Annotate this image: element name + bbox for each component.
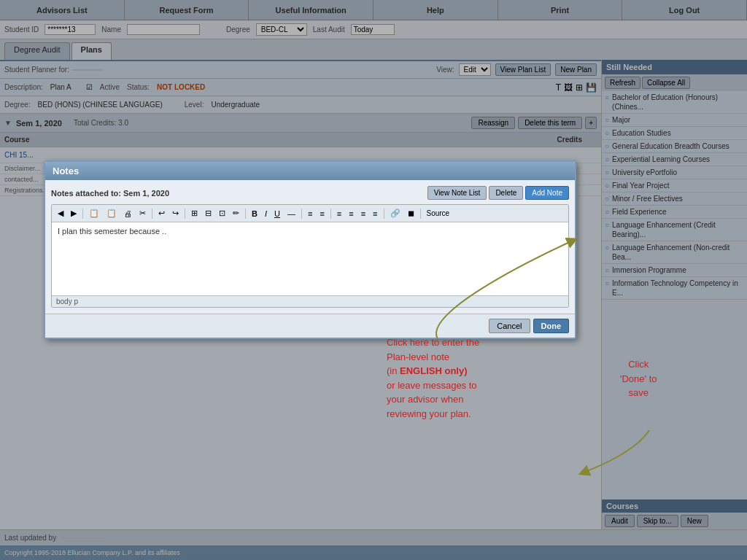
toolbar-align-right[interactable]: ≡ <box>358 208 368 219</box>
toolbar-print[interactable]: 🖨 <box>121 208 135 219</box>
notes-modal-footer: Cancel Done <box>45 314 575 338</box>
toolbar-sep-2 <box>152 209 152 219</box>
toolbar-source[interactable]: Source <box>424 208 453 219</box>
toolbar-sep-3 <box>185 209 185 219</box>
toolbar-back[interactable]: ◀ <box>55 207 66 219</box>
notes-modal-title: Notes <box>45 162 575 180</box>
done-btn[interactable]: Done <box>533 319 570 333</box>
editor-status: body p <box>52 295 568 307</box>
editor-area: ◀ ▶ 📋 📋 🖨 ✂ ↩ ↪ ⊞ ⊟ ⊡ ✏ B I U — <box>51 204 569 308</box>
toolbar-sep-4 <box>245 209 246 219</box>
toolbar-cut[interactable]: ✂ <box>136 207 149 219</box>
toolbar-bold[interactable]: B <box>249 208 260 219</box>
notes-attached-label: Notes attached to: Sem 1, 2020 <box>51 189 169 198</box>
toolbar-block[interactable]: ◼ <box>405 207 417 219</box>
notes-btn-group: View Note List Delete Add Note <box>427 186 569 200</box>
toolbar-insert3[interactable]: ⊡ <box>216 207 228 219</box>
cancel-btn[interactable]: Cancel <box>489 319 530 333</box>
toolbar-list1[interactable]: ≡ <box>305 208 315 219</box>
view-note-list-btn[interactable]: View Note List <box>427 186 487 200</box>
toolbar-sep-8 <box>420 209 421 219</box>
notes-attached-bar: Notes attached to: Sem 1, 2020 View Note… <box>51 186 569 200</box>
delete-note-btn[interactable]: Delete <box>489 186 523 200</box>
add-note-btn[interactable]: Add Note <box>525 186 569 200</box>
toolbar-clipboard1[interactable]: 📋 <box>86 207 102 219</box>
toolbar-pencil[interactable]: ✏ <box>230 207 242 219</box>
editor-content[interactable]: I plan this semester because .. <box>52 222 568 295</box>
toolbar-sep-7 <box>384 209 384 219</box>
toolbar-insert1[interactable]: ⊞ <box>188 207 201 219</box>
toolbar-align-justify[interactable]: ≡ <box>370 208 380 219</box>
toolbar-undo[interactable]: ↩ <box>155 207 168 219</box>
toolbar-align-left[interactable]: ≡ <box>334 208 344 219</box>
toolbar-underline[interactable]: U <box>271 208 283 219</box>
toolbar-redo[interactable]: ↪ <box>169 207 182 219</box>
toolbar-link[interactable]: 🔗 <box>387 207 403 219</box>
toolbar-forward[interactable]: ▶ <box>68 207 80 219</box>
editor-toolbar: ◀ ▶ 📋 📋 🖨 ✂ ↩ ↪ ⊞ ⊟ ⊡ ✏ B I U — <box>52 205 568 222</box>
toolbar-clipboard2[interactable]: 📋 <box>104 207 120 219</box>
toolbar-align-center[interactable]: ≡ <box>346 208 356 219</box>
toolbar-insert2[interactable]: ⊟ <box>202 207 214 219</box>
toolbar-sep-1 <box>82 209 83 219</box>
toolbar-sep-5 <box>301 209 302 219</box>
toolbar-italic[interactable]: I <box>262 208 270 219</box>
notes-modal-body: Notes attached to: Sem 1, 2020 View Note… <box>45 180 575 314</box>
notes-modal: Notes Notes attached to: Sem 1, 2020 Vie… <box>44 160 576 339</box>
notes-attached-sem: Sem 1, 2020 <box>123 189 169 198</box>
toolbar-sep-6 <box>330 209 331 219</box>
toolbar-list2[interactable]: ≡ <box>317 208 327 219</box>
toolbar-strikethrough[interactable]: — <box>285 208 298 219</box>
